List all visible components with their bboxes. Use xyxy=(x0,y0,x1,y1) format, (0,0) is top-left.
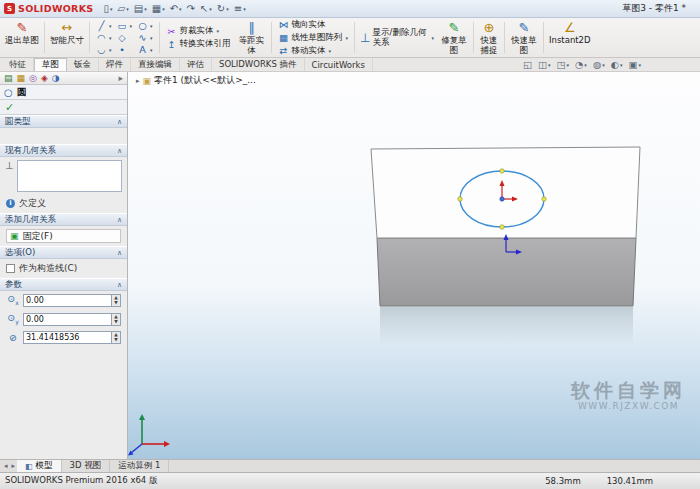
display-delete-relations-button[interactable]: ⊥ 显示/删除几何关系 ▾ xyxy=(357,19,437,56)
edit-appearance-button[interactable]: ◐▾ xyxy=(610,60,624,70)
tab-circuitworks[interactable]: CircuitWorks xyxy=(305,58,373,71)
existing-relations-label: 现有几何关系 xyxy=(5,145,56,157)
tab-direct-editing[interactable]: 直接编辑 xyxy=(131,58,180,71)
parameters-section-header[interactable]: 参数 ∧ xyxy=(0,278,127,291)
chevron-down-icon: ▾ xyxy=(109,47,112,53)
tab-features[interactable]: 特征 xyxy=(2,58,34,71)
tab-solidworks-addins[interactable]: SOLIDWORKS 插件 xyxy=(212,58,305,71)
new-document-button[interactable]: ▯▾ xyxy=(101,2,114,16)
redo-button[interactable]: ↷ xyxy=(185,2,197,16)
offset-entities-icon: ∥ xyxy=(248,21,255,35)
quick-snaps-button[interactable]: ⊕ 快速捕捉 xyxy=(476,19,502,56)
repair-sketch-button[interactable]: ✎ 修复草图 xyxy=(437,19,471,56)
apply-scene-button[interactable]: ▣▾ xyxy=(628,60,643,70)
trim-entities-button[interactable]: ✂ 剪裁实体 ▾ xyxy=(164,25,233,37)
circle-type-section-header[interactable]: 圆类型 ∧ xyxy=(0,115,127,128)
open-document-button[interactable]: ▱▾ xyxy=(116,2,131,16)
rectangle-tool-icon: ▭ xyxy=(117,20,128,31)
arc-tool-button[interactable]: ◠▾ xyxy=(94,32,114,44)
radius-spinner[interactable]: ▲▼ xyxy=(111,332,120,343)
center-x-input[interactable]: 0.00 ▲▼ xyxy=(23,294,121,307)
part-top-face[interactable] xyxy=(371,147,640,238)
motion-study-tab[interactable]: 运动算例 1 xyxy=(110,460,169,472)
existing-relations-section-header[interactable]: 现有几何关系 ∧ xyxy=(0,144,127,157)
line-tool-button[interactable]: ╱▾ xyxy=(94,20,114,32)
spin-down-icon[interactable]: ▼ xyxy=(112,319,120,325)
text-tool-button[interactable]: A▾ xyxy=(135,44,155,56)
display-style-button[interactable]: ◔▾ xyxy=(574,60,588,70)
rebuild-icon: ↻ xyxy=(217,4,225,14)
rectangle-tool-button[interactable]: ▭▾ xyxy=(115,20,135,32)
options-section-header[interactable]: 选项(O) ∧ xyxy=(0,246,127,259)
feature-manager-tab[interactable]: ▤ xyxy=(4,73,13,83)
tab-sketch[interactable]: 草图 xyxy=(34,58,67,71)
watermark-url: WWW.RJZXW.COM xyxy=(571,401,686,411)
options-button[interactable]: ≡▾ xyxy=(232,2,248,16)
construction-checkbox[interactable] xyxy=(6,264,15,273)
property-manager-tab[interactable]: ▦ xyxy=(17,73,26,83)
chevron-down-icon: ▾ xyxy=(346,35,349,41)
tab-scroll-right-icon[interactable]: ▸ xyxy=(10,460,18,472)
ribbon-separator xyxy=(504,22,505,53)
move-entities-button[interactable]: ⇄ 移动实体 ▾ xyxy=(276,45,351,57)
add-relations-label: 添加几何关系 xyxy=(5,214,56,226)
dimxpert-manager-tab[interactable]: ◈ xyxy=(41,73,48,83)
tab-evaluate[interactable]: 评估 xyxy=(180,58,212,71)
construction-option-row[interactable]: 作为构造线(C) xyxy=(0,259,127,278)
heads-up-view-toolbar: ◱ ◫▾ ◳▾ ◔▾ ◍▾ ◐▾ ▣▾ xyxy=(522,58,642,71)
scene-icon: ▣ xyxy=(629,60,638,70)
3d-views-tab[interactable]: 3D 视图 xyxy=(62,460,111,472)
view-orientation-button[interactable]: ◳▾ xyxy=(556,60,571,70)
title-bar: S SOLIDWORKS ▯▾ ▱▾ ▤▾ ▦▾ ↶▾ ↷ ↖▾ ↻▾ ≡▾ 草… xyxy=(0,0,700,18)
configuration-manager-tab[interactable]: ◎ xyxy=(29,73,37,83)
tab-weldments[interactable]: 焊件 xyxy=(99,58,131,71)
window-title: 草图3 - 零件1 * xyxy=(622,2,696,15)
print-button[interactable]: ▦▾ xyxy=(150,2,167,16)
section-view-button[interactable]: ◫▾ xyxy=(537,60,552,70)
solidworks-logo-text: SOLIDWORKS xyxy=(18,3,93,14)
linear-sketch-pattern-button[interactable]: ▦ 线性草图阵列 ▾ xyxy=(276,32,351,44)
center-x-spinner[interactable]: ▲▼ xyxy=(111,295,120,306)
ok-check-button[interactable]: ✓ xyxy=(5,102,14,113)
offset-entities-button[interactable]: ∥ 等距实体 xyxy=(235,19,269,56)
smart-dimension-icon: ↔ xyxy=(62,21,73,35)
display-manager-tab[interactable]: ◑ xyxy=(52,73,60,83)
mirror-entities-button[interactable]: ⋈ 镜向实体 xyxy=(276,19,351,31)
radius-input[interactable]: 31.41418536 ▲▼ xyxy=(23,331,121,344)
circle-tool-icon: ○ xyxy=(137,20,148,31)
part-icon: ▣ xyxy=(143,76,152,86)
smart-dimension-button[interactable]: ↔ 智能尺寸 xyxy=(47,19,87,56)
convert-entities-button[interactable]: ↥ 转换实体引用 xyxy=(164,38,233,50)
tab-scroll-left-icon[interactable]: ◂ xyxy=(2,460,10,472)
graphics-viewport[interactable]: ▸ ▣ 零件1 (默认<<默认>_... 软件自学网 WWW.RJZXW.COM xyxy=(128,72,700,459)
relations-listbox[interactable] xyxy=(17,160,122,192)
model-tab[interactable]: ◧ 模型 xyxy=(17,460,62,472)
center-y-spinner[interactable]: ▲▼ xyxy=(111,314,120,325)
panel-flyout-arrow-icon[interactable]: ▸ xyxy=(118,73,123,83)
motion-study-tab-label: 运动算例 1 xyxy=(118,460,160,472)
center-y-input[interactable]: 0.00 ▲▼ xyxy=(23,313,121,326)
zoom-fit-button[interactable]: ◱ xyxy=(522,60,533,70)
spin-down-icon[interactable]: ▼ xyxy=(112,337,120,343)
circle-center-point[interactable] xyxy=(500,197,504,201)
center-y-parameter-row: ⊙y 0.00 ▲▼ xyxy=(0,310,127,329)
circle-tool-button[interactable]: ○▾ xyxy=(135,20,155,32)
save-button[interactable]: ▤▾ xyxy=(132,2,149,16)
rebuild-button[interactable]: ↻▾ xyxy=(215,2,231,16)
select-button[interactable]: ↖▾ xyxy=(198,2,214,16)
polygon-tool-button[interactable]: ◇ xyxy=(115,32,135,44)
point-tool-button[interactable]: • xyxy=(115,44,135,56)
undo-button[interactable]: ↶▾ xyxy=(168,2,184,16)
tab-sheet-metal[interactable]: 钣金 xyxy=(67,58,99,71)
feature-tree-flyout[interactable]: ▸ ▣ 零件1 (默认<<默认>_... xyxy=(136,74,256,87)
rapid-sketch-button[interactable]: ✎ 快速草图 xyxy=(507,19,541,56)
fix-relation-button[interactable]: ▣ 固定(F) xyxy=(6,229,121,243)
hide-show-items-button[interactable]: ◍▾ xyxy=(592,60,606,70)
trim-convert-group: ✂ 剪裁实体 ▾ ↥ 转换实体引用 xyxy=(162,19,235,56)
fillet-tool-button[interactable]: ◡▾ xyxy=(94,44,114,56)
exit-sketch-button[interactable]: ✎ 退出草图 xyxy=(2,19,42,56)
add-relations-section-header[interactable]: 添加几何关系 ∧ xyxy=(0,213,127,226)
spline-tool-button[interactable]: ∿▾ xyxy=(135,32,155,44)
instant2d-button[interactable]: ∠ Instant2D xyxy=(546,19,594,56)
spin-down-icon[interactable]: ▼ xyxy=(112,300,120,306)
